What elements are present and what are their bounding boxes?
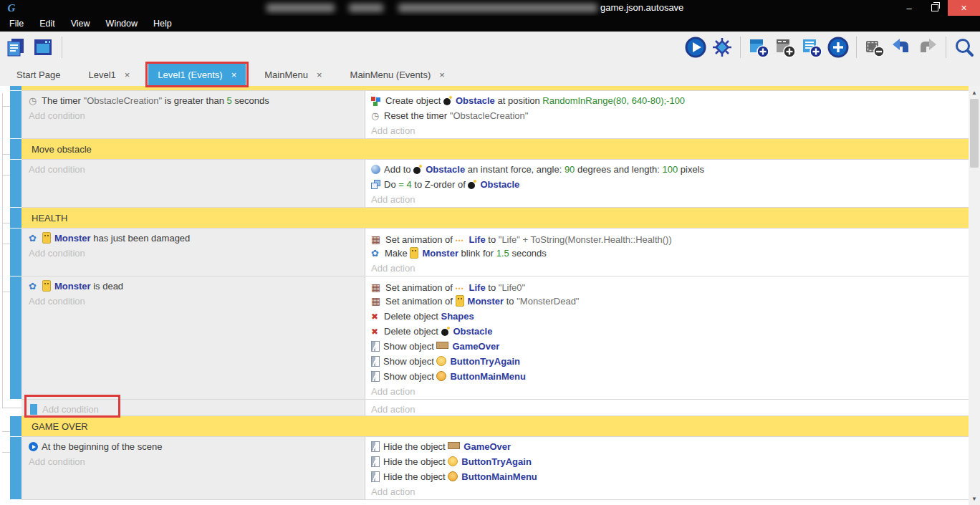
monster-icon [410,247,418,259]
action-row[interactable]: Show object GameOver [371,339,969,354]
add-condition-button[interactable]: Add condition [29,108,365,123]
object-name: GameOver [452,341,499,352]
search-icon[interactable] [953,36,976,59]
action-row[interactable]: Set animation of Life to "Life" + ToStri… [371,231,969,246]
action-row[interactable]: Hide the object GameOver [371,439,969,454]
preview-icon[interactable] [684,36,707,59]
animation-icon [371,232,382,246]
add-event-icon[interactable] [747,36,770,59]
add-action-button[interactable]: Add action [371,192,969,207]
project-manager-icon[interactable] [4,36,27,59]
scrollbar-thumb[interactable] [970,99,979,168]
object-name: ButtonMainMenu [461,471,537,482]
text-segment: The timer [42,95,84,106]
group-header-partial[interactable] [21,86,969,91]
add-action-button[interactable]: Add action [371,261,969,276]
expression-value: 90 [565,164,575,175]
event-selection-bar[interactable] [10,208,21,229]
add-action-button[interactable]: Add action [371,484,969,499]
tab-level1[interactable]: Level1 × [79,63,139,86]
action-row[interactable]: Set animation of Life to "Life0" [371,279,969,294]
create-object-icon [371,96,382,105]
tab-mainmenu[interactable]: MainMenu × [255,63,331,86]
undo-icon[interactable] [890,36,913,59]
tab-level1-events[interactable]: Level1 (Events) × [148,63,246,86]
behavior-icon [29,279,39,294]
group-header[interactable]: GAME OVER [21,416,969,437]
group-header[interactable]: Move obstacle [21,139,969,160]
text-segment: Make [385,248,410,259]
tab-close-icon[interactable]: × [439,69,445,80]
scene-editor-icon[interactable] [32,36,54,59]
menu-edit[interactable]: Edit [32,16,63,32]
add-sub-event-icon[interactable] [774,36,797,59]
conditions-cell[interactable]: Add condition [21,160,365,207]
menu-file[interactable]: File [1,16,32,32]
add-condition-button[interactable]: Add condition [29,162,365,177]
tab-close-icon[interactable]: × [125,69,130,80]
close-button[interactable]: × [948,0,980,16]
conditions-cell[interactable]: Monster is deadAdd condition [21,276,365,399]
partial-row [0,86,969,91]
condition-row[interactable]: Monster has just been damaged [29,231,365,246]
action-row[interactable]: Create object Obstacle at position Rando… [371,93,969,108]
add-action-button[interactable]: Add action [371,402,969,417]
actions-cell[interactable]: Hide the object GameOverHide the object … [365,437,969,499]
action-row[interactable]: Delete object Shapes [371,309,969,324]
condition-row[interactable]: The timer "ObstacleCreation" is greater … [29,93,365,108]
tab-start-page[interactable]: Start Page [7,63,69,86]
event-selection-bar[interactable] [10,229,21,276]
conditions-cell[interactable]: At the beginning of the sceneAdd conditi… [21,437,365,499]
debug-icon[interactable] [711,36,734,59]
conditions-cell[interactable]: Add condition [21,400,365,415]
add-condition-button[interactable]: Add condition [29,402,365,417]
actions-cell[interactable]: Create object Obstacle at position Rando… [365,91,969,138]
actions-cell[interactable]: Set animation of Life to "Life0"Set anim… [365,276,969,399]
redo-icon[interactable] [916,36,939,59]
actions-cell[interactable]: Add action [365,400,969,415]
action-row[interactable]: Add to Obstacle an instant force, angle:… [371,162,969,177]
tab-close-icon[interactable]: × [231,69,237,80]
action-row[interactable]: Delete object Obstacle [371,324,969,339]
vertical-scrollbar[interactable]: ▲ ▼ [969,86,980,505]
remove-event-icon[interactable] [863,36,886,59]
group-header[interactable]: HEALTH [21,208,969,229]
add-something-icon[interactable] [827,36,850,59]
add-action-button[interactable]: Add action [371,384,969,399]
actions-cell[interactable]: Add to Obstacle an instant force, angle:… [365,160,969,207]
event-selection-bar[interactable] [10,276,21,400]
condition-row[interactable]: At the beginning of the scene [29,439,365,454]
action-row[interactable]: Show object ButtonMainMenu [371,369,969,384]
conditions-cell[interactable]: The timer "ObstacleCreation" is greater … [21,91,365,138]
action-row[interactable]: Hide the object ButtonMainMenu [371,469,969,484]
event-selection-bar[interactable] [10,437,21,500]
tab-mainmenu-events[interactable]: MainMenu (Events) × [341,63,454,86]
scroll-down-icon[interactable]: ▼ [969,493,980,504]
maximize-button[interactable] [922,0,948,16]
event-selection-bar[interactable] [10,139,21,160]
menu-window[interactable]: Window [98,16,145,32]
action-row[interactable]: Set animation of Monster to "MonsterDead… [371,294,969,309]
actions-cell[interactable]: Set animation of Life to "Life" + ToStri… [365,229,969,276]
add-comment-icon[interactable] [800,36,823,59]
action-row[interactable]: Reset the timer "ObstacleCreation" [371,108,969,123]
menu-help[interactable]: Help [145,16,180,32]
add-condition-button[interactable]: Add condition [29,294,365,309]
scroll-up-icon[interactable]: ▲ [969,87,980,98]
action-row[interactable]: Show object ButtonTryAgain [371,354,969,369]
add-condition-button[interactable]: Add condition [29,454,365,469]
action-row[interactable]: Make Monster blink for 1.5 seconds [371,246,969,261]
object-name: Monster [422,248,458,259]
add-action-button[interactable]: Add action [371,123,969,138]
minimize-button[interactable]: – [896,0,922,16]
action-row[interactable]: Do = 4 to Z-order of Obstacle [371,177,969,192]
menu-view[interactable]: View [63,16,98,32]
add-condition-button[interactable]: Add condition [29,246,365,261]
event-selection-bar[interactable] [10,160,21,208]
condition-row[interactable]: Monster is dead [29,279,365,294]
event-selection-bar[interactable] [10,416,21,437]
action-row[interactable]: Hide the object ButtonTryAgain [371,454,969,469]
conditions-cell[interactable]: Monster has just been damagedAdd conditi… [21,229,365,276]
tab-close-icon[interactable]: × [317,69,322,80]
event-selection-bar[interactable] [10,91,21,139]
